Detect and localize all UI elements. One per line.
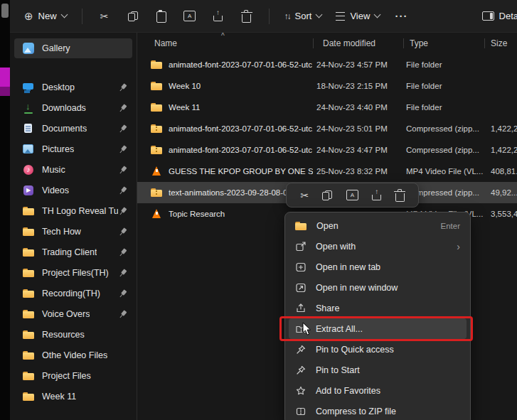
column-separator[interactable] [403, 38, 404, 48]
edge-icon-fragment [1, 4, 9, 18]
menu-item-open-in-new-window[interactable]: Open in new window [289, 277, 467, 298]
sidebar-item-tech-how[interactable]: Tech How [14, 222, 132, 242]
menu-item-pin-to-start[interactable]: Pin to Start [289, 360, 467, 380]
new-button[interactable]: ⊕ New [17, 6, 74, 26]
folder-icon [23, 205, 35, 217]
sidebar-item-week-11[interactable]: Week 11 [14, 387, 132, 406]
share-icon [213, 11, 223, 21]
left-edge-strip [0, 0, 10, 420]
column-header-size[interactable]: Size [484, 33, 517, 54]
zip-folder-icon [151, 144, 163, 156]
delete-icon[interactable] [395, 193, 405, 202]
see-more-button[interactable]: ··· [387, 4, 415, 28]
menu-item-extract-all[interactable]: Extract All... [289, 318, 467, 339]
desktop-icon [23, 82, 35, 93]
new-button-label: New [38, 11, 57, 21]
menu-item-compress-to-zip[interactable]: Compress to ZIP file [289, 401, 467, 420]
new-window-icon [295, 282, 307, 294]
file-date: 18-Nov-23 2:15 PM [313, 82, 403, 90]
pane-divider [137, 33, 137, 420]
file-date: 24-Nov-23 5:01 PM [313, 124, 403, 133]
cut-icon[interactable]: ✂ [300, 190, 309, 200]
view-button[interactable]: View [329, 6, 387, 26]
menu-item-open-in-new-tab[interactable]: Open in new tab [289, 257, 467, 277]
sidebar-item-label: Tech How [42, 227, 81, 237]
file-name: animated-font-2023-07-07-01-06-52-utc [169, 146, 312, 154]
menu-item-pin-to-quick-access[interactable]: Pin to Quick access [289, 339, 467, 360]
share-icon[interactable] [372, 190, 381, 200]
folder-icon [151, 59, 163, 70]
share-icon [295, 303, 307, 314]
menu-item-label: Share [316, 303, 460, 313]
copy-icon[interactable] [322, 190, 332, 200]
details-pane-button[interactable]: Deta [479, 6, 517, 26]
sidebar-item-desktop[interactable]: Desktop [14, 77, 132, 97]
menu-item-add-to-favorites[interactable]: Add to Favorites [289, 380, 467, 401]
folder-icon [23, 329, 35, 340]
sidebar-item-resources[interactable]: Resources [14, 325, 132, 345]
file-row[interactable]: animated-font-2023-07-07-01-06-52-utc 24… [137, 139, 517, 161]
downloads-icon [23, 102, 35, 114]
rename-button[interactable] [176, 4, 204, 28]
file-row[interactable]: Week 11 24-Nov-23 4:40 PM File folder [137, 97, 517, 118]
command-bar: ⊕ New ✂ ↑↓ Sort View ··· Deta [10, 0, 517, 33]
folder-icon [151, 102, 163, 113]
menu-item-label: Pin to Quick access [316, 345, 460, 355]
sidebar-item-label: Trading Client [42, 247, 97, 257]
sidebar-item-label: TH Logo Reveal Tut [42, 206, 118, 216]
file-row[interactable]: GUESS THE KPOP GROUP BY ONE SONG ... 25-… [137, 161, 517, 182]
sidebar-item-downloads[interactable]: Downloads [14, 98, 132, 118]
file-row[interactable]: animated-font-2023-07-07-01-06-52-utc...… [137, 118, 517, 139]
menu-item-label: Open in new window [316, 283, 460, 293]
sidebar-item-label: Downloads [42, 103, 86, 113]
sidebar-item-music[interactable]: Music [14, 160, 132, 180]
column-header-date-modified[interactable]: Date modified [313, 33, 403, 54]
chevron-down-icon [316, 11, 323, 18]
sidebar-item-trading-client[interactable]: Trading Client [14, 242, 132, 262]
paste-button[interactable] [147, 4, 176, 28]
view-icon [336, 12, 345, 21]
cut-button[interactable]: ✂ [90, 4, 119, 28]
menu-item-label: Compress to ZIP file [316, 406, 460, 416]
menu-item-share[interactable]: Share [289, 298, 467, 318]
paste-icon [156, 11, 166, 23]
sidebar-item-th-logo-reveal-tut[interactable]: TH Logo Reveal Tut [14, 201, 132, 221]
sidebar-item-voice-overs[interactable]: Voice Overs [14, 304, 132, 324]
menu-item-open-with[interactable]: Open with › [289, 236, 467, 257]
file-name: text-animations-2023-09-28-08-03... [169, 188, 299, 197]
zip-folder-icon [151, 187, 163, 198]
sidebar-item-label: Music [42, 165, 65, 175]
delete-button[interactable] [233, 4, 261, 28]
sort-button-label: Sort [295, 11, 312, 21]
zip-icon [295, 406, 307, 417]
sort-button[interactable]: ↑↓ Sort [277, 6, 329, 26]
sidebar-item-gallery[interactable]: Gallery [14, 38, 132, 58]
rename-icon[interactable] [346, 190, 358, 200]
column-separator[interactable] [313, 38, 314, 48]
sidebar-item-label: Gallery [42, 43, 70, 53]
menu-item-label: Open with [316, 242, 451, 252]
sidebar-item-project-files[interactable]: Project Files [14, 366, 132, 386]
sidebar-item-recording-th[interactable]: Recording(TH) [14, 284, 132, 303]
copy-button[interactable] [119, 4, 147, 28]
file-date: 25-Nov-23 8:32 PM [313, 167, 403, 176]
sidebar-item-videos[interactable]: Videos [14, 181, 132, 200]
file-row[interactable]: animated-font-2023-07-07-01-06-52-utc 24… [137, 54, 517, 75]
folder-icon [151, 80, 163, 92]
folder-icon [23, 226, 35, 237]
sidebar-item-othe-video-files[interactable]: Othe Video Files [14, 345, 132, 365]
sidebar-item-pictures[interactable]: Pictures [14, 139, 132, 159]
extract-all-icon [295, 323, 307, 335]
sidebar-item-documents[interactable]: Documents [14, 119, 132, 139]
file-row[interactable]: Week 10 18-Nov-23 2:15 PM File folder [137, 75, 517, 97]
column-separator[interactable] [484, 38, 485, 48]
pin-icon [116, 81, 129, 94]
column-header-name[interactable]: ^ Name [137, 33, 313, 54]
new-icon: ⊕ [24, 11, 33, 21]
share-button[interactable] [204, 4, 233, 28]
sidebar-item-label: Resources [42, 330, 85, 340]
toolbar-divider [269, 9, 270, 24]
menu-item-open[interactable]: Open Enter [289, 215, 467, 236]
column-header-type[interactable]: Type [403, 33, 484, 54]
sidebar-item-project-files-th[interactable]: Project Files(TH) [14, 263, 132, 283]
